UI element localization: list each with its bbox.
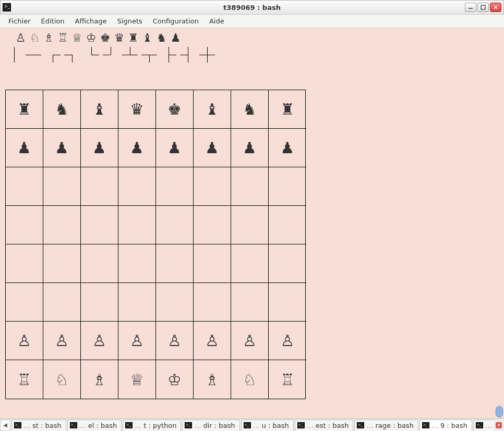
titlebar: t389069 : bash	[0, 0, 504, 15]
tab[interactable]: …el : bash	[67, 420, 122, 431]
board-cell: ♙	[118, 322, 156, 360]
box-glyph	[159, 46, 178, 64]
tab[interactable]: …est : bash	[295, 420, 354, 431]
box-glyph	[101, 46, 120, 64]
menubar: Fichier Édition Affichage Signets Config…	[0, 15, 504, 28]
board-cell: ♚	[156, 90, 194, 129]
tab-ellipsis: …	[194, 422, 201, 429]
board-cell	[6, 244, 43, 283]
board-cell	[156, 167, 194, 206]
tab-scroll-left[interactable]: ◀	[0, 420, 10, 431]
board-cell	[231, 283, 269, 322]
board-cell: ♛	[118, 90, 156, 129]
menu-aide[interactable]: Aide	[204, 15, 230, 27]
terminal-icon	[244, 422, 251, 428]
terminal-icon	[125, 422, 133, 428]
close-button[interactable]	[490, 3, 501, 12]
board-cell	[269, 283, 306, 322]
box-glyph	[139, 46, 159, 64]
tab[interactable]: …t : python	[123, 420, 181, 431]
board-cell	[194, 283, 231, 322]
board-cell: ♖	[6, 360, 43, 399]
menu-configuration[interactable]: Configuration	[148, 15, 204, 27]
svg-rect-1	[481, 5, 485, 9]
palette-piece: ♟	[169, 32, 183, 44]
scrollbar[interactable]	[496, 29, 503, 417]
board-cell	[43, 206, 81, 244]
scroll-thumb[interactable]	[496, 406, 503, 417]
tab-ellipsis: …	[23, 422, 30, 429]
window-controls	[465, 3, 501, 12]
tab-ellipsis: …	[366, 422, 373, 429]
board-cell: ♙	[6, 322, 43, 360]
board-cell: ♗	[81, 360, 118, 399]
palette-piece: ♛	[112, 32, 126, 44]
palette-piece: ♙	[14, 32, 28, 44]
tab[interactable]: …rage : bash	[354, 420, 418, 431]
terminal-view[interactable]: ♙♘♗♖♕♔♚♛♜♝♞♟ ♜♞♝♛♚♝♞♜♟♟♟♟♟♟♟♟♙♙♙♙♙♙♙♙♖♘♗…	[0, 28, 504, 418]
board-cell	[269, 167, 306, 206]
board-cell: ♙	[43, 322, 81, 360]
minimize-button[interactable]	[465, 3, 476, 12]
board-cell: ♗	[194, 360, 231, 399]
board-cell	[6, 167, 43, 206]
board-cell	[194, 167, 231, 206]
board-cell	[43, 244, 81, 283]
box-glyph	[23, 46, 43, 64]
terminal-icon	[476, 422, 483, 428]
board-cell: ♟	[269, 129, 306, 167]
menu-edition[interactable]: Édition	[36, 15, 70, 27]
board-cell: ♝	[81, 90, 118, 129]
board-cell: ♟	[6, 129, 43, 167]
tab[interactable]: …st : bash	[11, 420, 66, 431]
terminal-icon	[70, 422, 77, 428]
board-cell	[81, 206, 118, 244]
board-cell: ♞	[43, 90, 81, 129]
chess-board: ♜♞♝♛♚♝♞♜♟♟♟♟♟♟♟♟♙♙♙♙♙♙♙♙♖♘♗♕♔♗♘♖	[5, 90, 306, 399]
tab-label: t : python	[143, 422, 176, 429]
board-cell	[43, 167, 81, 206]
palette-piece: ♕	[70, 32, 84, 44]
tab-ellipsis: …	[135, 422, 141, 429]
tab-label: u : bash	[262, 422, 289, 429]
palette-piece: ♔	[84, 32, 98, 44]
maximize-icon	[481, 5, 486, 10]
board-cell: ♜	[6, 90, 43, 129]
tab-label: el : bash	[88, 422, 117, 429]
board-cell: ♙	[269, 322, 306, 360]
palette-piece: ♘	[28, 32, 42, 44]
tab[interactable]: …9 : bash	[473, 420, 494, 431]
board-cell	[156, 206, 194, 244]
board-cell: ♜	[269, 90, 306, 129]
menu-signets[interactable]: Signets	[112, 15, 148, 27]
box-glyph	[81, 46, 101, 64]
palette-piece: ♗	[42, 32, 56, 44]
tab[interactable]: …u : bash	[241, 420, 294, 431]
box-drawing-row	[0, 44, 504, 64]
tab[interactable]: …dir : bash	[182, 420, 239, 431]
tab-label: 9 : bash	[440, 422, 467, 429]
board-cell: ♘	[231, 360, 269, 399]
app-icon	[3, 3, 11, 11]
board-cell	[156, 244, 194, 283]
tab[interactable]: …9 : bash	[419, 420, 472, 431]
tab-close-button[interactable]: ✕	[494, 420, 504, 431]
board-cell	[194, 244, 231, 283]
maximize-button[interactable]	[477, 3, 489, 12]
box-glyph	[120, 46, 139, 64]
tab-label: st : bash	[32, 422, 62, 429]
board-cell: ♙	[194, 322, 231, 360]
board-cell	[118, 244, 156, 283]
terminal-icon	[14, 422, 21, 428]
palette-piece: ♞	[154, 32, 169, 44]
piece-palette: ♙♘♗♖♕♔♚♛♜♝♞♟	[0, 28, 504, 44]
tab-ellipsis: …	[485, 422, 492, 429]
board-cell	[118, 167, 156, 206]
box-glyph	[178, 46, 197, 64]
terminal-icon	[357, 422, 364, 428]
board-cell	[81, 283, 118, 322]
menu-fichier[interactable]: Fichier	[3, 15, 36, 27]
board-cell: ♖	[269, 360, 306, 399]
menu-affichage[interactable]: Affichage	[69, 15, 112, 27]
tab-ellipsis: …	[253, 422, 260, 429]
